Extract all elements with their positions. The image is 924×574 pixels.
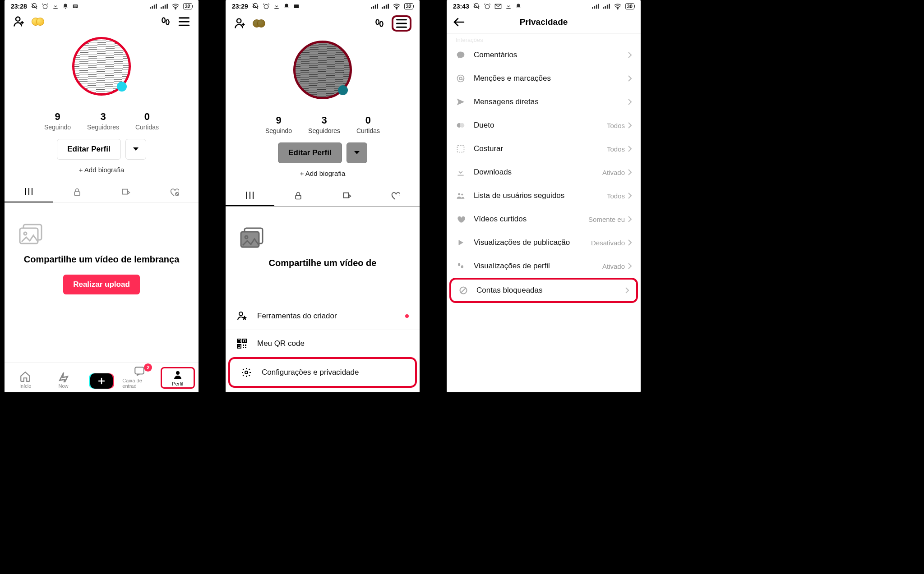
hamburger-icon[interactable] (395, 18, 408, 29)
add-bio-button[interactable]: + Add biografia (5, 166, 199, 174)
row-following-list[interactable]: Lista de usuários seguidos Todos (447, 184, 641, 207)
svg-rect-71 (592, 7, 593, 9)
svg-rect-40 (386, 5, 387, 9)
row-duet[interactable]: Dueto Todos (447, 114, 641, 137)
nav-now[interactable]: Now (46, 371, 81, 389)
svg-point-1 (43, 5, 47, 9)
dnd-icon (252, 3, 259, 10)
profile-dropdown-button[interactable] (125, 139, 146, 160)
profile-stats: 9Seguindo 3Seguidores 0Curtidas (226, 115, 420, 134)
download-icon (52, 3, 59, 9)
svg-rect-73 (596, 5, 597, 9)
coins-icon[interactable] (32, 18, 44, 26)
signal-icon-2 (382, 4, 389, 9)
row-downloads[interactable]: Downloads Ativado (447, 161, 641, 184)
svg-rect-72 (594, 6, 595, 9)
status-time: 23:29 (232, 3, 248, 10)
bell-icon (515, 3, 522, 9)
sheet-creator-tools[interactable]: Ferramentas do criador (226, 303, 420, 330)
svg-point-13 (162, 18, 165, 23)
people-icon (456, 191, 466, 200)
stat-likes[interactable]: 0Curtidas (356, 115, 380, 134)
notification-dot (405, 314, 409, 318)
row-comments[interactable]: Comentários (447, 43, 641, 67)
svg-point-32 (264, 5, 268, 9)
comment-icon (456, 51, 466, 60)
svg-point-11 (175, 8, 176, 9)
footprint-icon[interactable] (374, 18, 385, 29)
svg-rect-60 (244, 340, 245, 342)
svg-point-30 (176, 371, 180, 375)
status-time: 23:43 (453, 3, 469, 10)
svg-point-79 (617, 8, 618, 9)
svg-rect-8 (162, 6, 164, 9)
row-blocked-accounts[interactable]: Contas bloqueadas (449, 278, 638, 303)
tab-liked[interactable] (150, 182, 199, 202)
nav-inbox[interactable]: 2 Caixa de entrad (122, 365, 157, 389)
tab-private[interactable] (53, 182, 102, 202)
row-post-views[interactable]: Visualizações de publicação Desativado (447, 231, 641, 254)
stat-followers[interactable]: 3Seguidores (308, 115, 340, 134)
tab-private[interactable] (274, 185, 323, 206)
nav-create[interactable] (84, 373, 119, 389)
stat-following[interactable]: 9 Seguindo (44, 111, 71, 131)
sheet-settings-privacy[interactable]: Configurações e privacidade (228, 357, 417, 388)
svg-rect-52 (296, 195, 301, 199)
tab-grid[interactable] (5, 182, 53, 202)
add-friend-icon[interactable] (13, 15, 25, 28)
row-stitch[interactable]: Costurar Todos (447, 137, 641, 161)
edit-profile-button[interactable]: Editar Perfil (57, 139, 120, 160)
tab-saved[interactable] (323, 185, 371, 206)
avatar[interactable] (293, 41, 352, 99)
image-placeholder-icon (18, 223, 45, 245)
status-bar: 23:28 32 (5, 0, 199, 11)
row-mentions[interactable]: Menções e marcações (447, 67, 641, 90)
svg-point-86 (458, 193, 460, 195)
profile-stats: 9 Seguindo 3 Seguidores 0 Curtidas (5, 111, 199, 131)
hamburger-icon[interactable] (178, 16, 190, 27)
nav-profile[interactable]: Perfil (161, 367, 195, 389)
play-icon (456, 239, 466, 247)
battery-indicator: 32 (183, 3, 192, 9)
svg-point-12 (16, 17, 20, 21)
upload-button[interactable]: Realizar upload (63, 275, 140, 294)
tab-liked[interactable] (371, 185, 420, 206)
row-liked-videos[interactable]: Vídeos curtidos Somente eu (447, 207, 641, 231)
svg-rect-85 (457, 146, 464, 152)
nav-home[interactable]: Início (8, 371, 42, 389)
tab-saved[interactable] (102, 182, 150, 202)
alarm-icon (263, 3, 270, 10)
qr-icon (236, 338, 247, 349)
tab-grid[interactable] (226, 185, 274, 206)
svg-rect-54 (241, 232, 259, 247)
back-button[interactable] (453, 18, 465, 27)
add-friend-icon[interactable] (234, 17, 246, 30)
stat-likes[interactable]: 0 Curtidas (135, 111, 159, 131)
row-profile-views[interactable]: Visualizações de perfil Ativado (447, 254, 641, 278)
add-bio-button[interactable]: + Add biografia (226, 170, 420, 177)
coins-icon[interactable] (253, 19, 265, 28)
signal-icon-2 (603, 4, 610, 9)
dnd-icon (31, 3, 38, 10)
sheet-qr-code[interactable]: Meu QR code (226, 330, 420, 357)
bell-icon (62, 3, 69, 9)
profile-dropdown-button[interactable] (346, 142, 367, 163)
profile-tabs (226, 185, 420, 207)
alarm-icon (484, 3, 491, 10)
footsteps-icon (456, 262, 466, 271)
gmail-icon (494, 4, 502, 9)
svg-point-43 (237, 19, 241, 23)
avatar[interactable] (72, 37, 131, 96)
svg-line-91 (461, 288, 466, 293)
download-icon (273, 3, 280, 9)
footprint-icon[interactable] (160, 16, 171, 28)
stat-followers[interactable]: 3 Seguidores (87, 111, 119, 131)
stat-following[interactable]: 9Seguindo (265, 115, 292, 134)
hamburger-highlight (392, 15, 411, 32)
inbox-badge: 2 (144, 363, 152, 372)
bell-icon (283, 3, 290, 9)
edit-profile-button[interactable]: Editar Perfil (278, 142, 342, 163)
row-direct-messages[interactable]: Mensagens diretas (447, 90, 641, 114)
svg-point-89 (461, 265, 463, 268)
svg-rect-4 (152, 6, 153, 9)
